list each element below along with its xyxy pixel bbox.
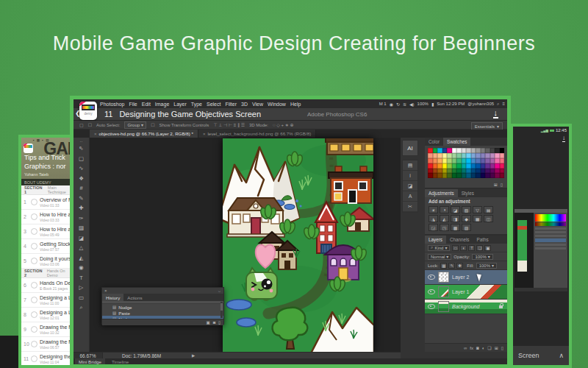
bottom-tab[interactable]: Mini Bridge [75,358,105,364]
menubar-item[interactable]: Filter [225,102,237,107]
panel-tab[interactable]: Channels [446,236,473,244]
menubar-item[interactable]: Layer [173,102,187,107]
layer-row[interactable]: Layer 1 [425,285,507,300]
filter-adjustment-layers-icon[interactable]: ◐ [460,245,467,251]
lecture-checkbox[interactable] [31,243,37,250]
battery-icon[interactable]: ▮ [431,102,434,107]
filter-pixel-layers-icon[interactable]: ▭ [452,245,459,251]
fill-dropdown[interactable]: 100%▾ [476,263,497,269]
menubar-item[interactable]: Photoshop [100,102,124,107]
menubar-item[interactable]: Help [290,102,301,107]
scrollbar[interactable] [220,302,223,318]
lecture-checkbox[interactable] [31,213,37,220]
adjustment-icon[interactable]: ◳ [440,224,449,231]
adjustment-icon[interactable]: ◨ [451,215,460,222]
lecture-checkbox[interactable] [31,199,37,205]
filter-shape-layers-icon[interactable]: ❏ [476,245,483,251]
new-document-from-state-icon[interactable]: ▣ [206,320,209,325]
lecture-checkbox[interactable] [31,282,37,289]
tool-presets-panel-icon[interactable]: ✂ [403,202,417,212]
swatch[interactable] [500,158,505,163]
zoom-tool-icon[interactable]: ⌕ [74,302,89,313]
eraser-tool-icon[interactable]: ◪ [74,233,89,244]
spotlight-icon[interactable]: ⌕ [497,102,499,107]
lecture-checkbox[interactable] [31,326,37,333]
lasso-tool-icon[interactable]: ∿ [74,163,89,174]
status-arrow-icon[interactable]: ▶ [192,353,195,358]
layer-row[interactable]: Layer 2 [425,270,507,285]
menubar-item[interactable]: Type [191,102,202,107]
chevron-up-icon[interactable]: ∧ [559,352,564,359]
bottom-tab[interactable]: Timeline [108,358,132,364]
menubar-item[interactable]: 3D [241,102,248,107]
properties-panel-icon[interactable]: ◪ [403,181,417,191]
brush-tool-icon[interactable]: ✑ [74,213,89,224]
history-state-row[interactable]: ▤ Paste [102,310,223,316]
lecture-checkbox[interactable] [31,341,37,347]
move-tool-icon[interactable]: ⇖ [74,144,89,154]
adjustment-icon[interactable]: ▦ [473,215,482,222]
lecture-checkbox[interactable] [31,355,37,362]
panel-tab[interactable]: Layers [425,236,446,244]
adjustment-icon[interactable]: ☀ [429,206,438,213]
adjustment-icon[interactable]: ▤ [484,206,493,213]
path-selection-tool-icon[interactable]: ▷ [74,283,89,293]
panel-tab[interactable]: Adjustments [425,189,458,197]
menubar-clock[interactable]: Sun 12:29 PM [437,102,465,106]
screen-record-icon[interactable]: ◉ [390,102,393,107]
new-swatch-icon[interactable]: ⊞ [494,182,498,187]
blur-tool-icon[interactable]: ◭ [74,253,89,263]
layer-group-icon[interactable]: ❏ [487,345,491,350]
download-icon[interactable]: ↓ [493,109,499,118]
zoom-level-field[interactable]: 66.67% [74,353,103,358]
lock-position-icon[interactable]: ✚ [456,263,463,269]
mode-icons[interactable]: ◌ ◇ + ∗ ⊕ [273,122,293,127]
history-state-row[interactable]: ▤ Nudge [102,316,223,319]
delete-state-icon[interactable]: ▯ [218,320,220,325]
input-source-indicator[interactable]: M 1 [379,102,387,106]
swatch[interactable] [500,148,505,153]
lecture-checkbox[interactable] [31,228,37,235]
swatch[interactable] [500,173,505,178]
adjustment-icon[interactable]: ▧ [462,206,471,213]
swatch[interactable] [500,153,505,158]
link-layers-icon[interactable]: ∞ [464,346,467,350]
swatch[interactable] [500,169,505,174]
menubar-item[interactable]: Edit [142,102,151,107]
adjustment-icon[interactable]: ◫ [484,215,493,222]
adjustment-icon[interactable]: ◲ [429,224,438,231]
delete-layer-icon[interactable]: ▯ [501,345,503,350]
collapse-panel-icon[interactable]: ⇔ [218,288,221,294]
adjustment-layer-icon[interactable]: ◐ [482,346,485,350]
auto-select-dropdown[interactable]: Group▾ [124,121,146,129]
lecture-checkbox[interactable] [31,311,37,318]
info-panel-icon[interactable]: i [403,171,417,181]
clone-stamp-tool-icon[interactable]: ▨ [74,223,89,233]
crop-tool-icon[interactable]: # [74,183,89,194]
adjustment-icon[interactable]: ◮ [429,215,438,222]
new-layer-icon[interactable]: ⊞ [495,345,498,350]
lecture-checkbox[interactable] [31,258,37,264]
menubar-account[interactable]: @yohann305 [467,102,494,106]
menubar-item[interactable]: Window [268,102,286,107]
panel-tab[interactable]: Paths [473,236,492,244]
healing-brush-tool-icon[interactable]: ✚ [74,203,89,213]
document-tab[interactable]: × level_select_background-hd.png @ 66.7%… [198,130,316,138]
adjustment-icon[interactable]: ▽ [473,206,482,213]
menubar-item[interactable]: View [252,102,263,107]
layer-visibility-icon[interactable] [428,275,435,280]
filter-smart-objects-icon[interactable]: ▣ [484,245,491,251]
document-tab[interactable]: × objectives-hd.png @ 66.7% (Layer 2, RG… [90,130,198,138]
panel-tab[interactable]: Color [425,138,443,146]
battery-percentage[interactable]: 100% [417,102,429,106]
close-panel-icon[interactable]: × [104,288,107,294]
menubar-item[interactable]: Image [155,102,169,107]
history-state-row[interactable]: ▤ Nudge [102,304,223,310]
adjustment-icon[interactable]: ◆ [462,215,471,222]
histogram-panel-icon[interactable]: ▤ [403,160,417,171]
panel-tab[interactable]: History [102,294,123,301]
open-document[interactable] [223,138,373,352]
docked-panel-icon[interactable]: AI [402,140,418,156]
panel-tab[interactable]: Swatches [443,138,470,146]
swatch[interactable] [500,163,505,169]
